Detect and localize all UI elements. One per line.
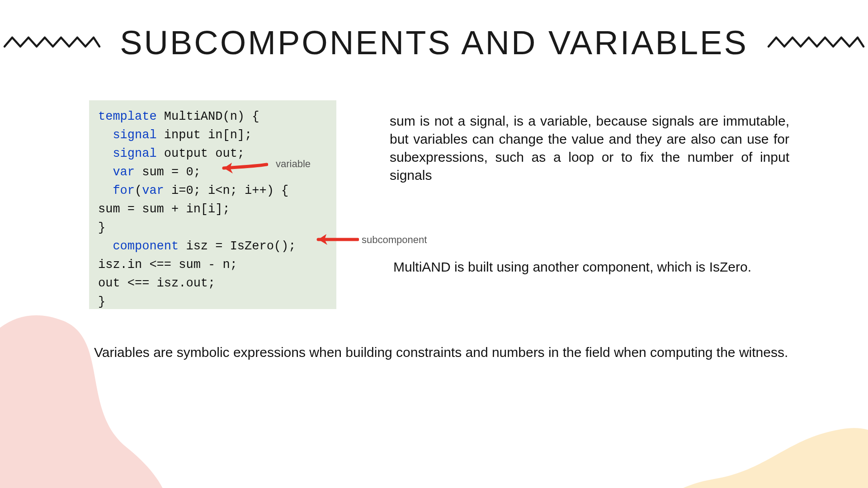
code-line: sum = sum + in[i]; <box>98 200 327 219</box>
paragraph-variables-summary: Variables are symbolic expressions when … <box>94 343 790 361</box>
paragraph-subcomponent-explain: MultiAND is built using another componen… <box>393 258 791 276</box>
keyword-for: for <box>113 184 135 197</box>
code-line: component isz = IsZero(); <box>98 237 327 256</box>
arrow-variable-icon <box>219 159 268 177</box>
keyword-template: template <box>98 110 157 123</box>
slide-title: SUBCOMPONENTS AND VARIABLES <box>120 23 748 62</box>
code-line: signal input in[n]; <box>98 126 327 145</box>
code-line: template MultiAND(n) { <box>98 108 327 126</box>
code-line: isz.in <== sum - n; <box>98 256 327 274</box>
paragraph-variable-explain: sum is not a signal, is a variable, beca… <box>390 112 789 184</box>
squiggle-left-icon <box>2 33 102 53</box>
code-line: for(var i=0; i<n; i++) { <box>98 182 327 200</box>
arrow-subcomponent-icon <box>315 230 359 249</box>
decorative-blob-right <box>624 384 868 488</box>
keyword-var: var <box>142 184 164 197</box>
keyword-component: component <box>113 239 179 253</box>
keyword-signal: signal <box>113 128 156 142</box>
code-line: } <box>98 293 327 311</box>
keyword-signal: signal <box>113 147 156 160</box>
keyword-var: var <box>113 165 135 179</box>
squiggle-right-icon <box>766 33 866 53</box>
slide-title-row: SUBCOMPONENTS AND VARIABLES <box>0 23 868 62</box>
code-line: out <== isz.out; <box>98 274 327 293</box>
annotation-variable-label: variable <box>276 158 311 170</box>
code-block: template MultiAND(n) { signal input in[n… <box>89 100 336 309</box>
annotation-subcomponent-label: subcomponent <box>362 234 427 246</box>
decorative-blob-left <box>0 294 190 488</box>
code-line: } <box>98 219 327 237</box>
